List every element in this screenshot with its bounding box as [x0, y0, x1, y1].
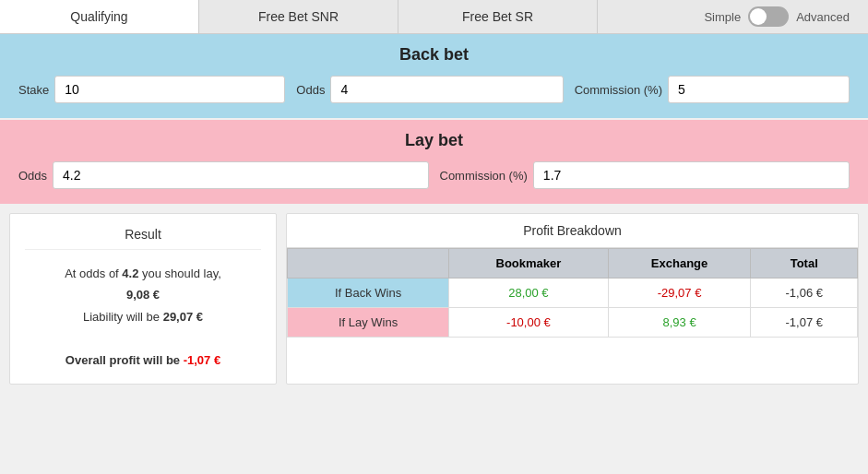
lay-wins-label: If Lay Wins [288, 308, 449, 338]
profit-table: Bookmaker Exchange Total If Back Wins 28… [287, 248, 858, 338]
result-liability: 29,07 € [163, 310, 203, 324]
col-header-label [288, 249, 449, 278]
back-wins-label: If Back Wins [288, 278, 449, 308]
back-commission-group: Commission (%) [575, 76, 850, 103]
lay-bet-section: Lay bet Odds Commission (%) [0, 120, 868, 204]
bottom-area: Result At odds of 4.2 you should lay, 9,… [0, 213, 868, 394]
back-wins-total: -1,06 € [751, 278, 858, 308]
lay-odds-group: Odds [18, 161, 429, 189]
tab-free-bet-snr[interactable]: Free Bet SNR [199, 0, 398, 33]
back-wins-exchange: -29,07 € [608, 278, 751, 308]
profit-table-header: Bookmaker Exchange Total [288, 249, 858, 278]
advanced-label: Advanced [796, 10, 850, 24]
col-header-bookmaker: Bookmaker [449, 249, 608, 278]
profit-breakdown-title: Profit Breakdown [287, 214, 858, 248]
stake-label: Stake [18, 83, 49, 97]
simple-advanced-toggle[interactable] [748, 6, 789, 27]
col-header-total: Total [751, 249, 858, 278]
lay-commission-input[interactable] [533, 161, 850, 189]
result-overall: Overall profit will be -1,07 € [65, 353, 220, 367]
table-row-back-wins: If Back Wins 28,00 € -29,07 € -1,06 € [288, 278, 858, 308]
lay-odds-input[interactable] [53, 161, 428, 189]
back-odds-input[interactable] [330, 76, 563, 103]
table-row-lay-wins: If Lay Wins -10,00 € 8,93 € -1,07 € [288, 308, 858, 338]
back-bet-inputs: Stake Odds Commission (%) [18, 76, 850, 103]
result-text: At odds of 4.2 you should lay, 9,08 € Li… [25, 263, 261, 371]
back-commission-label: Commission (%) [575, 83, 662, 97]
profit-breakdown-box: Profit Breakdown Bookmaker Exchange Tota… [286, 213, 859, 385]
lay-wins-exchange: 8,93 € [608, 308, 751, 338]
col-header-exchange: Exchange [608, 249, 751, 278]
stake-group: Stake [18, 76, 285, 103]
tab-free-bet-sr[interactable]: Free Bet SR [398, 0, 598, 33]
back-wins-bookmaker: 28,00 € [449, 278, 608, 308]
toggle-knob [750, 8, 767, 25]
tab-qualifying[interactable]: Qualifying [0, 0, 199, 33]
lay-odds-label: Odds [18, 169, 47, 183]
lay-commission-label: Commission (%) [440, 169, 528, 183]
stake-input[interactable] [54, 76, 285, 103]
lay-wins-total: -1,07 € [751, 308, 858, 338]
result-title: Result [25, 227, 261, 250]
result-odds: 4.2 [122, 267, 138, 280]
toggle-area: Simple Advanced [685, 6, 868, 27]
lay-bet-title: Lay bet [18, 131, 850, 150]
back-odds-label: Odds [296, 83, 325, 97]
result-overall-value: -1,07 € [184, 353, 220, 367]
back-bet-title: Back bet [18, 45, 850, 65]
back-bet-section: Back bet Stake Odds Commission (%) [0, 34, 868, 118]
result-box: Result At odds of 4.2 you should lay, 9,… [9, 213, 277, 385]
lay-commission-group: Commission (%) [440, 161, 850, 189]
simple-label: Simple [704, 10, 741, 24]
back-odds-group: Odds [296, 76, 563, 103]
result-lay-stake: 9,08 € [126, 288, 160, 302]
lay-wins-bookmaker: -10,00 € [449, 308, 608, 338]
lay-bet-inputs: Odds Commission (%) [18, 161, 850, 189]
tabs-bar: Qualifying Free Bet SNR Free Bet SR Simp… [0, 0, 868, 34]
back-commission-input[interactable] [668, 76, 850, 103]
